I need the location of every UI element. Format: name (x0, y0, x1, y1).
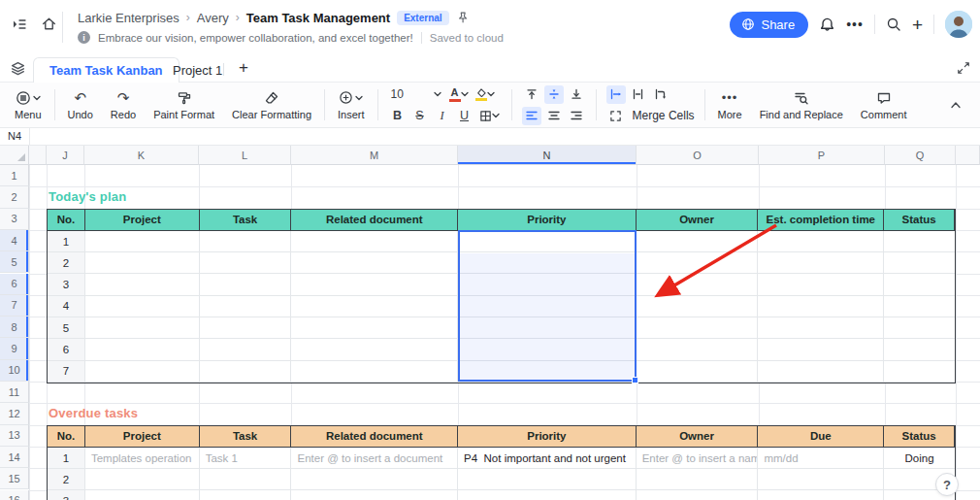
table-cell[interactable] (200, 274, 292, 295)
table-cell[interactable] (200, 339, 292, 360)
table-cell[interactable] (85, 231, 200, 252)
align-middle-button[interactable] (544, 85, 564, 104)
table-header-cell[interactable]: Status (884, 210, 955, 231)
row-header-10[interactable]: 10 (0, 360, 29, 382)
row-header-11[interactable]: 11 (0, 382, 29, 403)
align-left-button[interactable] (522, 107, 541, 125)
column-header-M[interactable]: M (291, 146, 458, 165)
table-cell[interactable] (85, 252, 200, 274)
merge-cells-icon[interactable] (606, 107, 626, 125)
table-cell[interactable] (291, 361, 458, 383)
tab-project-1[interactable]: Project 1 (157, 57, 238, 83)
table-cell[interactable] (291, 296, 458, 317)
table-cell[interactable] (884, 339, 955, 360)
share-button[interactable]: Share (730, 12, 808, 38)
row-header-6[interactable]: 6 (0, 274, 29, 295)
table-cell[interactable] (637, 317, 759, 339)
merge-cells-label[interactable]: Merge Cells (633, 109, 695, 122)
table-cell[interactable] (200, 252, 292, 274)
column-header-blank[interactable] (29, 146, 47, 165)
underline-button[interactable]: U (455, 107, 474, 125)
align-top-button[interactable] (522, 85, 541, 104)
table-header-cell[interactable]: Owner (637, 210, 759, 231)
table-cell[interactable] (637, 339, 759, 360)
row-number-cell[interactable]: 1 (48, 231, 85, 252)
table-cell[interactable] (884, 317, 955, 339)
column-header-K[interactable]: K (84, 146, 199, 165)
column-header-N[interactable]: N (458, 146, 637, 165)
text-color-button[interactable]: A (447, 85, 471, 104)
table-cell[interactable]: P4 Not important and not urgent (458, 448, 637, 469)
table-cell[interactable] (884, 274, 955, 295)
new-document-icon[interactable]: + (912, 16, 923, 34)
table-cell[interactable] (200, 317, 292, 339)
row-number-cell[interactable]: 2 (48, 469, 85, 490)
row-header-9[interactable]: 9 (0, 338, 29, 359)
table-cell[interactable] (458, 469, 637, 490)
table-cell[interactable]: Templates operation (85, 448, 200, 469)
help-button[interactable]: ? (935, 473, 959, 496)
table-header-cell[interactable]: Priority (458, 426, 637, 448)
announcement-icon[interactable]: i (78, 31, 90, 44)
table-header-cell[interactable]: Owner (637, 426, 759, 448)
table-cell[interactable] (291, 490, 458, 500)
find-and-replace-button[interactable]: Find and Replace (751, 83, 852, 127)
user-avatar[interactable] (945, 11, 972, 38)
text-clip-button[interactable] (629, 85, 648, 104)
table-header-cell[interactable]: Related document (291, 426, 458, 448)
row-number-cell[interactable]: 4 (48, 296, 85, 317)
cell-name-box[interactable]: N4 (8, 130, 21, 142)
document-title[interactable]: Team Task Management (246, 11, 390, 25)
align-center-button[interactable] (544, 107, 564, 125)
breadcrumb-item[interactable]: Larkie Enterprises (78, 11, 180, 25)
table-cell[interactable] (758, 339, 884, 360)
row-number-cell[interactable]: 5 (48, 317, 85, 339)
row-header-16[interactable]: 16 (0, 490, 29, 500)
selection-range[interactable] (458, 230, 637, 382)
table-cell[interactable] (200, 490, 292, 500)
table-header-cell[interactable]: Due (758, 426, 884, 448)
table-header-cell[interactable]: No. (48, 426, 85, 448)
breadcrumb-item[interactable]: Avery (197, 11, 229, 25)
table-cell[interactable] (291, 317, 458, 339)
select-all-corner[interactable] (0, 146, 29, 165)
row-header-15[interactable]: 15 (0, 468, 29, 489)
comment-button[interactable]: Comment (852, 83, 916, 127)
align-bottom-button[interactable] (567, 85, 586, 104)
row-number-cell[interactable]: 3 (48, 490, 85, 500)
table-cell[interactable] (85, 490, 200, 500)
table-cell[interactable] (291, 469, 458, 490)
table-cell[interactable] (758, 469, 884, 490)
row-header-7[interactable]: 7 (0, 295, 29, 317)
expand-icon[interactable] (957, 61, 970, 75)
table-cell[interactable] (200, 231, 292, 252)
column-header-J[interactable]: J (47, 146, 84, 165)
table-cell[interactable] (758, 274, 884, 295)
table-cell[interactable] (637, 252, 759, 274)
text-wrap-button[interactable] (651, 85, 670, 104)
row-header-5[interactable]: 5 (0, 251, 29, 273)
insert-button[interactable]: Insert (329, 83, 374, 127)
table-cell[interactable] (884, 252, 955, 274)
align-right-button[interactable] (567, 107, 586, 125)
more-button[interactable]: ••• More (709, 83, 751, 127)
redo-button[interactable]: ↷Redo (102, 83, 145, 127)
table-cell[interactable] (291, 252, 458, 274)
undo-button[interactable]: ↶Undo (59, 83, 102, 127)
table-header-cell[interactable]: Project (85, 210, 200, 231)
table-cell[interactable] (637, 490, 759, 500)
text-overflow-button[interactable] (606, 85, 626, 104)
table-cell[interactable] (85, 339, 200, 360)
table-cell[interactable] (758, 490, 884, 500)
bold-button[interactable]: B (388, 107, 408, 125)
table-cell[interactable] (637, 469, 759, 490)
table-header-cell[interactable]: Project (85, 426, 200, 448)
table-cell[interactable]: Task 1 (200, 448, 292, 469)
table-cell[interactable] (758, 317, 884, 339)
table-cell[interactable]: Enter @ to insert a name (637, 448, 759, 469)
search-icon[interactable] (886, 17, 901, 32)
sidebar-toggle-icon[interactable] (12, 17, 27, 32)
row-header-8[interactable]: 8 (0, 317, 29, 338)
table-header-cell[interactable]: Status (884, 426, 955, 448)
table-cell[interactable] (884, 231, 955, 252)
